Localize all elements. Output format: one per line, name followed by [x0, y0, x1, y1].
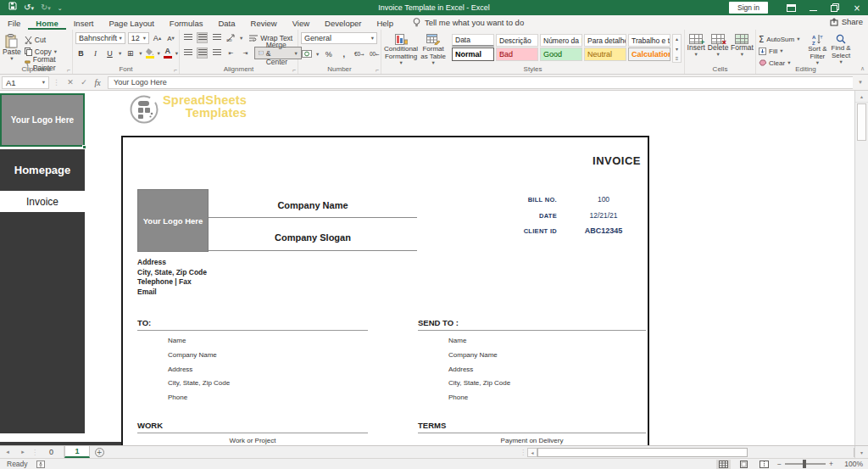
- bottom-align-button[interactable]: [211, 32, 222, 43]
- format-as-table-button[interactable]: Format as Table ▾: [418, 32, 448, 67]
- font-name-combobox[interactable]: Bahnschrift▾: [75, 32, 125, 44]
- expand-formula-bar-icon[interactable]: ▾: [853, 79, 868, 86]
- style-good[interactable]: Good: [540, 47, 582, 61]
- number-format-combobox[interactable]: General▾: [301, 32, 377, 44]
- new-sheet-button[interactable]: +: [90, 446, 108, 458]
- number-dialog-launcher[interactable]: ⌐: [376, 67, 379, 73]
- tab-developer[interactable]: Developer: [317, 15, 369, 30]
- scroll-up-icon[interactable]: ▴: [855, 91, 868, 103]
- conditional-formatting-button[interactable]: Conditional Formatting ▾: [384, 32, 418, 67]
- save-icon[interactable]: [8, 0, 17, 15]
- format-cells-button[interactable]: Format ▾: [731, 32, 753, 58]
- worksheet[interactable]: Your Logo Here Homepage Invoice SpreadSh…: [0, 91, 868, 445]
- style-normal[interactable]: Normal: [452, 47, 494, 61]
- style-bad[interactable]: Bad: [496, 47, 538, 61]
- vertical-scrollbar[interactable]: ▴: [854, 91, 868, 445]
- formula-input[interactable]: Your Logo Here: [108, 76, 853, 89]
- borders-button[interactable]: ⊞: [125, 47, 136, 59]
- scroll-left-icon[interactable]: ◂: [527, 448, 537, 457]
- name-box[interactable]: A1 ▾: [2, 76, 49, 89]
- bold-button[interactable]: B: [75, 47, 86, 59]
- sign-in-button[interactable]: Sign in: [729, 2, 768, 14]
- paste-button[interactable]: Paste ▾: [3, 32, 21, 69]
- comma-style-button[interactable]: ,: [338, 48, 349, 59]
- tab-page-layout[interactable]: Page Layout: [101, 15, 161, 30]
- style-calculation[interactable]: Calculation: [628, 47, 670, 61]
- zoom-slider[interactable]: [785, 463, 826, 465]
- style-trabalho[interactable]: Trabalho e t...: [628, 34, 670, 47]
- gallery-more-icon[interactable]: ≡: [676, 56, 679, 61]
- style-para-detalhes[interactable]: Para detalhes: [584, 34, 626, 47]
- tell-me-box[interactable]: Tell me what you want to do: [413, 15, 524, 30]
- zoom-percentage[interactable]: 100%: [839, 460, 863, 468]
- minimize-button[interactable]: [802, 0, 824, 15]
- sidebar-invoice-button[interactable]: Invoice: [0, 193, 85, 210]
- tab-review[interactable]: Review: [243, 15, 285, 30]
- decrease-indent-button[interactable]: ⇤: [225, 47, 236, 59]
- orientation-button[interactable]: ab: [225, 32, 236, 43]
- ribbon-display-options-icon[interactable]: [780, 0, 802, 15]
- underline-dropdown[interactable]: ▾: [119, 50, 121, 57]
- name-box-dropdown[interactable]: ▾: [42, 79, 45, 86]
- font-dialog-launcher[interactable]: ⌐: [174, 67, 177, 73]
- fill-color-dropdown[interactable]: ▾: [158, 50, 160, 57]
- sidebar-homepage-button[interactable]: Homepage: [0, 149, 85, 191]
- middle-align-button[interactable]: [197, 32, 208, 43]
- zoom-out-button[interactable]: −: [777, 460, 782, 468]
- normal-view-button[interactable]: [716, 460, 731, 469]
- increase-decimal-button[interactable]: €0→: [353, 48, 364, 59]
- italic-button[interactable]: I: [90, 47, 101, 59]
- styles-gallery-scrollbar[interactable]: ▴ ▾ ≡: [672, 34, 682, 63]
- enter-entry-icon[interactable]: ✓: [77, 78, 91, 87]
- sort-filter-button[interactable]: AZ Sort & Filter ▾: [806, 32, 830, 68]
- borders-dropdown[interactable]: ▾: [139, 50, 142, 57]
- font-color-button[interactable]: A: [164, 47, 172, 59]
- zoom-slider-thumb[interactable]: [803, 460, 806, 468]
- page-break-view-button[interactable]: [757, 460, 771, 469]
- restore-button[interactable]: [824, 0, 846, 15]
- merge-center-button[interactable]: Merge & Center ▾: [254, 47, 302, 59]
- grow-font-button[interactable]: A▴: [152, 33, 163, 44]
- fill-button[interactable]: Fill ▾: [759, 46, 806, 56]
- align-center-button[interactable]: [197, 47, 208, 59]
- top-align-button[interactable]: [182, 32, 193, 43]
- page-layout-view-button[interactable]: [737, 460, 751, 469]
- autosum-button[interactable]: Σ AutoSum ▾: [759, 34, 806, 44]
- tab-view[interactable]: View: [285, 15, 317, 30]
- tab-insert[interactable]: Insert: [66, 15, 102, 30]
- undo-icon[interactable]: ↺▾: [24, 0, 34, 16]
- clipboard-dialog-launcher[interactable]: ⌐: [67, 67, 70, 73]
- cut-button[interactable]: Cut: [25, 35, 70, 45]
- next-sheet-icon[interactable]: ▸: [15, 446, 31, 458]
- increase-indent-button[interactable]: ⇥: [240, 47, 251, 59]
- font-size-combobox[interactable]: 12▾: [128, 32, 149, 44]
- insert-cells-button[interactable]: + Insert ▾: [687, 32, 705, 58]
- tab-data[interactable]: Data: [210, 15, 242, 30]
- accounting-dropdown[interactable]: ▾: [316, 51, 319, 58]
- underline-button[interactable]: U: [104, 47, 115, 59]
- style-data[interactable]: Data: [452, 34, 494, 47]
- cancel-entry-icon[interactable]: ✕: [64, 78, 77, 87]
- style-neutral[interactable]: Neutral: [584, 47, 626, 61]
- gallery-down-icon[interactable]: ▾: [676, 46, 678, 52]
- shrink-font-button[interactable]: A▾: [165, 33, 176, 44]
- accounting-format-button[interactable]: [301, 48, 312, 59]
- style-numero[interactable]: Número da F...: [540, 34, 582, 47]
- find-select-button[interactable]: Find & Select ▾: [829, 32, 853, 68]
- horizontal-scrollbar-track[interactable]: [748, 448, 854, 457]
- sheet-tab-1[interactable]: 1: [64, 446, 90, 458]
- insert-function-icon[interactable]: fx: [91, 78, 104, 87]
- horizontal-scrollbar-thumb[interactable]: [537, 448, 748, 457]
- horizontal-scrollbar[interactable]: ⋮ ◂ ▸: [519, 446, 864, 458]
- tab-help[interactable]: Help: [369, 15, 401, 30]
- close-button[interactable]: ×: [846, 0, 868, 15]
- share-button[interactable]: Share: [830, 17, 863, 26]
- orientation-dropdown[interactable]: ▾: [240, 35, 242, 42]
- gallery-up-icon[interactable]: ▴: [676, 36, 678, 42]
- tab-file[interactable]: File: [0, 15, 28, 30]
- font-color-dropdown[interactable]: ▾: [175, 50, 178, 57]
- delete-cells-button[interactable]: × Delete ▾: [708, 32, 729, 58]
- fill-color-button[interactable]: [146, 48, 154, 59]
- prev-sheet-icon[interactable]: ◂: [0, 446, 15, 458]
- percent-style-button[interactable]: %: [323, 48, 334, 59]
